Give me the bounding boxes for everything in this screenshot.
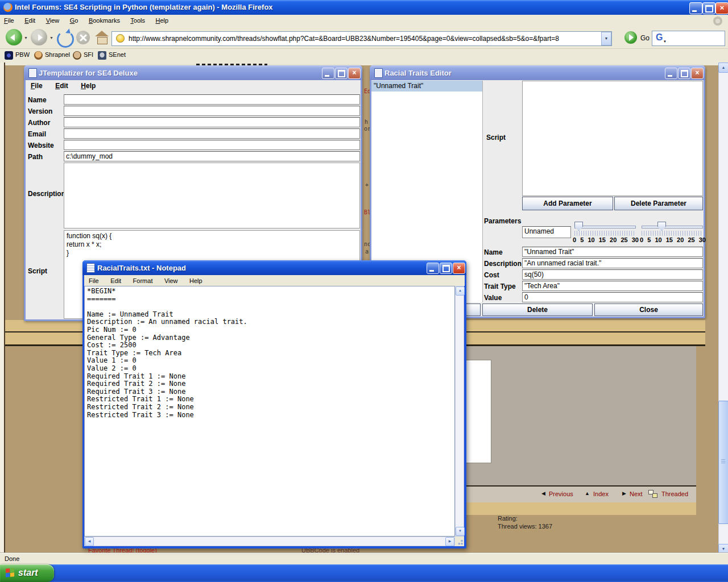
script-text: function sq(x) { return x * x; } xyxy=(64,231,359,259)
menu-help[interactable]: Help xyxy=(76,80,101,90)
traits-editor-titlebar[interactable]: Racial Traits Editor × xyxy=(370,65,705,80)
parameter-slider-2[interactable]: 051015202530 xyxy=(642,221,703,246)
menu-help[interactable]: Help xyxy=(185,276,207,284)
script-label: Script xyxy=(486,134,506,142)
parameter-slider-1[interactable]: 051015202530 xyxy=(574,221,636,246)
author-field[interactable] xyxy=(64,117,360,127)
next-arrow-icon: ▶ xyxy=(622,490,626,496)
home-button[interactable] xyxy=(94,31,109,44)
trait-list-item-selected[interactable]: "Unnamed Trait" xyxy=(371,81,482,92)
trait-description-field[interactable]: "An unnamed racial trait." xyxy=(522,258,703,268)
menu-bookmarks[interactable]: Bookmarks xyxy=(85,15,124,24)
notepad-horizontal-scrollbar[interactable]: ◀ ▶ xyxy=(84,537,455,546)
threaded-link[interactable]: Threaded xyxy=(661,490,688,497)
scroll-up-icon[interactable]: ▲ xyxy=(456,286,465,296)
firefox-titlebar[interactable]: Intel Forums: SE4 Scripting in Python (t… xyxy=(0,0,728,15)
menu-file[interactable]: File xyxy=(0,15,18,24)
scroll-down-icon[interactable]: ▼ xyxy=(718,544,728,553)
scroll-down-icon[interactable]: ▼ xyxy=(456,527,465,536)
url-dropdown-icon[interactable]: ▼ xyxy=(601,32,611,45)
back-button[interactable] xyxy=(6,29,22,45)
firefox-menubar: File Edit View Go Bookmarks Tools Help xyxy=(0,15,728,27)
menu-format[interactable]: Format xyxy=(129,276,158,284)
trait-type-field[interactable]: "Tech Area" xyxy=(522,281,703,291)
minimize-button[interactable] xyxy=(322,68,334,79)
go-icon[interactable] xyxy=(624,31,637,44)
path-field[interactable]: c:\dummy_mod xyxy=(64,151,360,161)
delete-parameter-button[interactable]: Delete Parameter xyxy=(614,197,703,210)
bookmark-senet[interactable]: SEnet xyxy=(109,51,126,58)
google-logo-icon: G xyxy=(656,32,663,43)
start-button[interactable]: start xyxy=(0,564,54,582)
page-scrollbar-thumb[interactable] xyxy=(718,401,728,524)
close-button[interactable]: × xyxy=(348,68,361,79)
trait-name-label: Name xyxy=(484,248,503,256)
slider-thumb[interactable] xyxy=(657,222,666,231)
notepad-text-area[interactable]: *BEGIN* ======= Name := Unnamed Trait De… xyxy=(84,286,455,537)
previous-link[interactable]: Previous xyxy=(549,490,573,497)
stop-button[interactable] xyxy=(76,31,90,44)
forward-button[interactable] xyxy=(31,29,47,45)
threaded-icon xyxy=(648,490,657,497)
version-field[interactable] xyxy=(64,106,360,116)
close-button[interactable]: × xyxy=(691,68,704,79)
menu-view[interactable]: View xyxy=(160,276,183,284)
maximize-button[interactable] xyxy=(678,68,690,79)
maximize-button[interactable] xyxy=(335,68,348,79)
next-link[interactable]: Next xyxy=(630,490,643,497)
jtemplatizer-titlebar[interactable]: JTemplatizer for SE4 Deluxe × xyxy=(24,65,362,80)
url-text[interactable]: http://www.shrapnelcommunity.com/threads… xyxy=(129,35,606,43)
bookmark-sfi[interactable]: SFI xyxy=(84,51,93,58)
website-label: Website xyxy=(28,142,54,149)
add-parameter-button[interactable]: Add Parameter xyxy=(522,197,613,210)
close-button[interactable]: × xyxy=(715,2,728,14)
trait-value-field[interactable]: 0 xyxy=(522,292,703,302)
maximize-button[interactable] xyxy=(702,2,715,14)
index-link[interactable]: Index xyxy=(593,490,609,497)
trait-name-field[interactable]: "Unnamed Trait" xyxy=(522,247,703,257)
minimize-button[interactable] xyxy=(689,2,702,14)
scroll-right-icon[interactable]: ▶ xyxy=(445,537,454,546)
minimize-button[interactable] xyxy=(665,68,677,79)
bookmark-shrapnel[interactable]: Shrapnel xyxy=(45,51,70,58)
trait-cost-field[interactable]: sq(50) xyxy=(522,269,703,280)
notepad-titlebar[interactable]: RacialTraits.txt - Notepad × xyxy=(82,260,466,275)
desktop: Intel Forums: SE4 Scripting in Python (t… xyxy=(0,0,728,582)
parameter-name-field[interactable]: Unnamed xyxy=(522,226,571,238)
search-engine-dropdown-icon[interactable]: ▼ xyxy=(663,40,667,43)
delete-button[interactable]: Delete xyxy=(482,304,593,316)
notepad-vertical-scrollbar[interactable]: ▲ ▼ xyxy=(455,286,464,537)
scroll-up-icon[interactable]: ▲ xyxy=(718,63,728,73)
menu-edit[interactable]: Edit xyxy=(106,276,126,284)
menu-go[interactable]: Go xyxy=(66,15,82,24)
slider-thumb[interactable] xyxy=(574,222,583,231)
close-trait-button[interactable]: Close xyxy=(594,304,703,316)
menu-file[interactable]: File xyxy=(26,80,48,90)
email-label: Email xyxy=(28,130,46,138)
author-label: Author xyxy=(28,119,50,127)
maximize-button[interactable] xyxy=(440,263,452,274)
menu-view[interactable]: View xyxy=(42,15,64,24)
resize-grip[interactable] xyxy=(455,537,464,546)
bookmark-pbw[interactable]: PBW xyxy=(15,51,30,58)
back-dropdown-icon[interactable]: ▼ xyxy=(24,36,28,40)
trait-script-area[interactable] xyxy=(522,81,703,196)
email-field[interactable] xyxy=(64,128,360,139)
menu-tools[interactable]: Tools xyxy=(126,15,149,24)
description-area[interactable] xyxy=(64,163,360,228)
scroll-left-icon[interactable]: ◀ xyxy=(85,537,94,546)
menu-file[interactable]: File xyxy=(84,276,104,284)
menu-edit[interactable]: Edit xyxy=(20,15,39,24)
notepad-content[interactable]: *BEGIN* ======= Name := Unnamed Trait De… xyxy=(85,286,454,419)
website-field[interactable] xyxy=(64,140,360,150)
jtemplatizer-menubar: File Edit Help xyxy=(26,80,361,93)
reload-button[interactable] xyxy=(57,31,74,48)
name-field[interactable] xyxy=(64,94,360,105)
forward-dropdown-icon[interactable]: ▼ xyxy=(49,36,53,40)
close-button[interactable]: × xyxy=(453,263,465,274)
menu-help[interactable]: Help xyxy=(152,15,173,24)
go-button[interactable]: Go xyxy=(640,34,650,42)
minimize-button[interactable] xyxy=(427,263,439,274)
bookmark-pbw-icon xyxy=(5,51,13,60)
menu-edit[interactable]: Edit xyxy=(50,80,73,90)
